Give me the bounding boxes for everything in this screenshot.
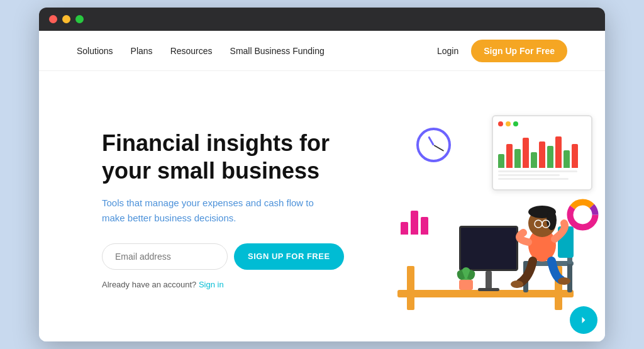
chart-bar: [555, 136, 562, 168]
email-input[interactable]: [102, 243, 228, 270]
mini-bar: [411, 211, 418, 235]
nav-login[interactable]: Login: [437, 46, 458, 56]
hero-section: Financial insights for your small busine…: [39, 71, 605, 341]
plant: [459, 267, 473, 290]
nav-funding[interactable]: Small Business Funding: [230, 46, 325, 56]
chart-bars: [498, 130, 586, 168]
chart-bar: [498, 154, 504, 168]
nav-solutions[interactable]: Solutions: [77, 46, 113, 56]
nav-right: Login Sign Up For Free: [437, 40, 567, 62]
svg-point-16: [511, 280, 523, 288]
illustration-container: [366, 109, 605, 310]
hero-subtitle: Tools that manage your expenses and cash…: [102, 196, 316, 226]
chart-bar: [531, 152, 537, 168]
browser-window: Solutions Plans Resources Small Business…: [39, 8, 605, 341]
mini-bar: [421, 217, 428, 235]
browser-titlebar: [39, 8, 605, 31]
hero-illustration: [366, 102, 605, 316]
clock-icon: [416, 128, 451, 162]
desk-leg-left: [407, 266, 414, 310]
hero-form: SIGN UP FOR FREE: [102, 243, 366, 270]
traffic-light-yellow[interactable]: [62, 15, 70, 23]
signin-text: Already have an account? Sign in: [102, 280, 366, 289]
chart-dot-green: [513, 121, 518, 126]
chart-bar: [539, 141, 545, 168]
hero-left: Financial insights for your small busine…: [102, 130, 366, 289]
nav-links: Solutions Plans Resources Small Business…: [77, 46, 325, 56]
chart-bar: [547, 146, 553, 168]
navbar: Solutions Plans Resources Small Business…: [39, 31, 605, 71]
svg-point-17: [558, 277, 570, 285]
clock-hour-hand: [428, 136, 435, 145]
clock-minute-hand: [433, 145, 444, 152]
traffic-light-green[interactable]: [75, 15, 84, 23]
mini-bar: [401, 222, 408, 235]
chart-bar: [572, 144, 578, 168]
person-illustration: [486, 167, 586, 292]
traffic-light-red[interactable]: [49, 15, 57, 23]
nav-signup-button[interactable]: Sign Up For Free: [471, 40, 567, 62]
chart-dot-red: [498, 121, 503, 126]
nav-plans[interactable]: Plans: [131, 46, 153, 56]
nav-resources[interactable]: Resources: [170, 46, 213, 56]
chart-bar: [506, 144, 513, 168]
svg-rect-5: [567, 261, 572, 292]
chart-board-header: [498, 121, 586, 126]
hero-title: Financial insights for your small busine…: [102, 130, 366, 184]
bottom-teal-button[interactable]: [570, 306, 597, 334]
mini-bar-chart: [401, 203, 428, 235]
chart-bar: [514, 149, 521, 168]
page-content: Solutions Plans Resources Small Business…: [39, 31, 605, 341]
signin-link[interactable]: Sign in: [199, 280, 224, 289]
hero-signup-button[interactable]: SIGN UP FOR FREE: [234, 243, 344, 270]
chart-dot-yellow: [506, 121, 511, 126]
chart-bar: [523, 138, 529, 168]
chart-bar: [564, 150, 570, 168]
